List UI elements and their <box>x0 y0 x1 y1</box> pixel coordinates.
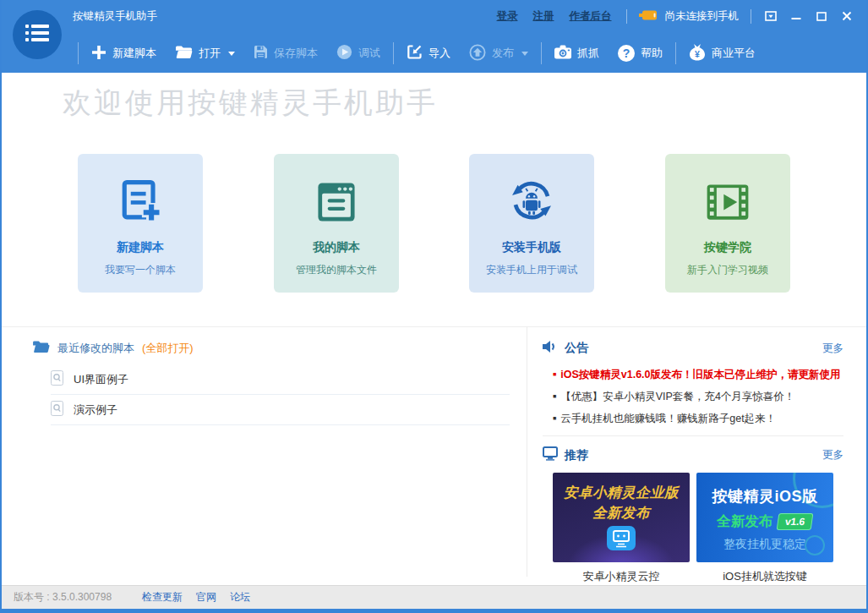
monitor-icon <box>543 446 558 464</box>
maximize-button[interactable] <box>809 7 834 25</box>
publish-icon <box>469 44 486 63</box>
card-title: 按键学院 <box>665 240 790 255</box>
statusbar-links: 检查更新 官网 论坛 <box>142 590 250 605</box>
card-subtitle: 我要写一个脚本 <box>78 263 203 277</box>
banner-captions: 安卓小精灵云控 iOS挂机就选按键 <box>553 569 857 584</box>
main-menu-button[interactable] <box>13 10 62 59</box>
list-item[interactable]: UI界面例子 <box>51 364 510 395</box>
recommend-more-link[interactable]: 更多 <box>822 448 843 462</box>
divider <box>751 9 751 24</box>
phone-icon <box>639 9 659 24</box>
official-site-link[interactable]: 官网 <box>196 590 216 605</box>
open-button[interactable]: 打开 <box>166 45 244 62</box>
card-subtitle: 新手入门学习视频 <box>665 263 790 277</box>
save-label: 保存脚本 <box>274 46 318 61</box>
banner-row: 安卓小精灵企业版 全新发布 <box>553 473 857 562</box>
version-label: 版本号 : 3.5.0.300798 <box>14 590 112 605</box>
money-bag-icon: ¥ <box>689 43 706 63</box>
banner-caption[interactable]: 安卓小精灵云控 <box>553 569 690 584</box>
plus-icon <box>91 45 106 63</box>
divider <box>675 42 676 64</box>
titlebar: 按键精灵手机助手 登录 注册 作者后台 尚未连接到手机 <box>2 0 866 73</box>
speaker-icon <box>543 340 558 357</box>
divider <box>541 42 542 64</box>
main-content: 欢迎使用按键精灵手机助手 新建脚本 我要写一个脚本 <box>2 73 866 585</box>
banner-text: 整夜挂机更稳定 <box>696 537 833 552</box>
save-script-button[interactable]: 保存脚本 <box>244 45 327 62</box>
card-subtitle: 管理我的脚本文件 <box>274 263 399 277</box>
robot-monitor-icon <box>553 525 690 555</box>
import-icon <box>407 44 423 63</box>
tray-button[interactable] <box>758 7 783 25</box>
help-button[interactable]: ? 帮助 <box>609 45 672 62</box>
minimize-button[interactable] <box>783 7 809 25</box>
camera-icon <box>554 45 571 62</box>
business-label: 商业平台 <box>712 46 756 61</box>
debug-label: 调试 <box>358 46 380 61</box>
announcement-item[interactable]: 【优惠】安卓小精灵VIP套餐，充4个月享惊喜价！ <box>553 386 857 408</box>
banner-android-enterprise[interactable]: 安卓小精灵企业版 全新发布 <box>553 473 690 562</box>
divider <box>78 42 79 64</box>
recent-scripts-section: 最近修改的脚本 (全部打开) UI界面例子 <box>32 327 510 425</box>
script-name: UI界面例子 <box>74 372 128 387</box>
titlebar-right: 登录 注册 作者后台 尚未连接到手机 <box>489 6 860 26</box>
announcement-item[interactable]: iOS按键精灵v1.6.0版发布！旧版本已停止维护，请更新使用 <box>553 364 857 386</box>
register-link[interactable]: 注册 <box>533 9 554 24</box>
recommend-title: 推荐 <box>565 448 588 463</box>
author-backend-link[interactable]: 作者后台 <box>570 9 612 24</box>
new-script-icon <box>78 174 203 230</box>
right-panel: 公告 更多 iOS按键精灵v1.6.0版发布！旧版本已停止维护，请更新使用 【优… <box>543 327 857 584</box>
folder-open-icon <box>175 45 193 62</box>
divider <box>527 327 527 577</box>
import-button[interactable]: 导入 <box>397 44 460 63</box>
card-title: 安装手机版 <box>469 240 594 255</box>
hamburger-menu-icon <box>25 23 49 47</box>
banner-text: 按键精灵iOS版 <box>696 486 833 506</box>
banner-ios-version[interactable]: 按键精灵iOS版 全新发布 v1.6 整夜挂机更稳定 <box>696 473 833 562</box>
debug-button[interactable]: 调试 <box>327 44 390 63</box>
version-badge: v1.6 <box>777 513 814 530</box>
business-platform-button[interactable]: ¥ 商业平台 <box>680 43 765 63</box>
announcements-more-link[interactable]: 更多 <box>822 342 843 356</box>
grab-button[interactable]: 抓抓 <box>545 45 609 62</box>
film-play-icon <box>665 174 790 230</box>
recommend-header: 推荐 更多 <box>543 436 857 464</box>
card-my-scripts[interactable]: 我的脚本 管理我的脚本文件 <box>274 154 399 293</box>
new-script-button[interactable]: 新建脚本 <box>82 45 166 63</box>
card-title: 我的脚本 <box>274 240 399 255</box>
question-mark-icon: ? <box>618 45 635 62</box>
card-academy[interactable]: 按键学院 新手入门学习视频 <box>665 154 790 293</box>
list-item[interactable]: 演示例子 <box>51 395 510 425</box>
banner-text: 全新发布 <box>717 512 772 531</box>
publish-label: 发布 <box>492 46 514 61</box>
check-update-link[interactable]: 检查更新 <box>142 590 183 605</box>
card-install-phone[interactable]: 安装手机版 安装手机上用于调试 <box>469 154 594 293</box>
card-new-script[interactable]: 新建脚本 我要写一个脚本 <box>78 154 203 293</box>
card-subtitle: 安装手机上用于调试 <box>469 263 594 277</box>
app-window: 按键精灵手机助手 登录 注册 作者后台 尚未连接到手机 <box>0 0 868 613</box>
announcements-list: iOS按键精灵v1.6.0版发布！旧版本已停止维护，请更新使用 【优惠】安卓小精… <box>553 364 857 430</box>
new-script-label: 新建脚本 <box>112 46 156 61</box>
announcements-header: 公告 更多 <box>543 327 857 357</box>
banner-caption[interactable]: iOS挂机就选按键 <box>696 569 833 584</box>
banner-text: 全新发布 <box>553 504 690 523</box>
toolbar: 新建脚本 打开 <box>74 37 866 69</box>
my-scripts-icon <box>274 174 399 230</box>
import-label: 导入 <box>429 46 450 61</box>
publish-button[interactable]: 发布 <box>460 44 538 63</box>
forum-link[interactable]: 论坛 <box>230 590 250 605</box>
lower-section: 最近修改的脚本 (全部打开) UI界面例子 <box>2 326 866 585</box>
android-sync-icon <box>469 174 594 230</box>
close-button[interactable] <box>834 7 860 25</box>
script-file-icon <box>51 401 63 419</box>
announcement-item[interactable]: 云手机挂机也能赚钱哦！赚钱新路子get起来！ <box>553 408 857 430</box>
open-label: 打开 <box>199 46 221 61</box>
grab-label: 抓抓 <box>577 46 599 61</box>
phone-connection-status[interactable]: 尚未连接到手机 <box>639 9 740 24</box>
open-all-link[interactable]: (全部打开) <box>142 341 194 356</box>
divider <box>393 42 394 64</box>
script-file-icon <box>51 370 63 388</box>
announcements-title: 公告 <box>565 341 588 356</box>
login-link[interactable]: 登录 <box>497 9 518 24</box>
help-label: 帮助 <box>641 46 663 61</box>
